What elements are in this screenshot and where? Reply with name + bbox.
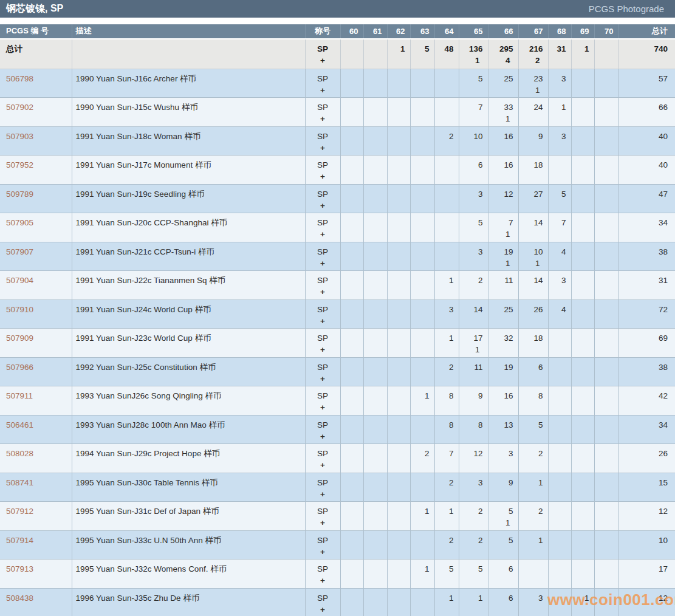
grade-70-count-cell: [594, 213, 618, 242]
pcgs-number-link[interactable]: 507904: [6, 276, 33, 285]
row-total-cell: 15: [618, 473, 675, 502]
grade-67-count-cell: 27: [518, 184, 548, 213]
grade-65-count-cell: 5: [459, 69, 488, 98]
grade-60-count-cell: [340, 560, 363, 589]
grade-60-count-cell: [340, 39, 363, 69]
pcgs-number-link[interactable]: 507905: [6, 218, 33, 227]
pcgs-number-cell: 507904: [0, 271, 72, 300]
pcgs-photograde-link[interactable]: PCGS Photograde: [589, 4, 664, 14]
designation-sp: SP: [306, 73, 340, 84]
grade-65-count-cell: 10: [459, 126, 488, 156]
table-row: 5079101991 Yuan Sun-J24c World Cup 样币SP+…: [0, 299, 675, 329]
grade-66-count-cell: 331: [488, 98, 518, 127]
pcgs-number-link[interactable]: 507913: [6, 564, 33, 573]
row-total-cell: 12: [618, 588, 675, 616]
pcgs-number-cell: 507912: [0, 502, 72, 531]
grade-64-count-cell: 2: [434, 357, 459, 386]
grade-68-count-cell: 4: [548, 242, 571, 271]
grade-62-count-cell: [387, 588, 410, 616]
grade-61-count-cell: [363, 329, 387, 358]
pcgs-number-link[interactable]: 507902: [6, 103, 33, 112]
header-designation: 称号: [305, 24, 340, 39]
grade-69-count-cell: [571, 299, 594, 329]
designation-sp: SP: [306, 477, 340, 488]
row-total-cell: 72: [618, 299, 675, 329]
pcgs-number-link[interactable]: 507909: [6, 334, 33, 343]
grade-64-count-cell: 2: [434, 126, 459, 156]
pcgs-number-link[interactable]: 507912: [6, 507, 33, 516]
grade-60-count-cell: [340, 213, 363, 242]
table-row: 5079051991 Yuan Sun-J20c CCP-Shanghai 样币…: [0, 213, 675, 242]
designation-cell: SP+: [305, 184, 340, 213]
pcgs-number-link[interactable]: 508741: [6, 478, 33, 487]
column-header-row: PCGS 编 号 描述 称号 60 61 62 63 64 65 66 67 6…: [0, 24, 675, 39]
designation-sp: SP: [306, 563, 340, 575]
designation-plus: +: [306, 315, 340, 327]
grade-64-count-cell: 5: [434, 560, 459, 589]
pcgs-number-link[interactable]: 508028: [6, 449, 33, 458]
pcgs-number-link[interactable]: 506798: [6, 74, 33, 83]
grade-62-count-cell: [387, 299, 410, 329]
grade-60-count-cell: [340, 271, 363, 300]
grade-67-count-cell: 9: [518, 126, 548, 156]
pcgs-number-cell: 508028: [0, 444, 72, 473]
grade-66-count-cell: 32: [488, 329, 518, 358]
coin-description: 1991 Yuan Sun-J22c Tiananmen Sq 样币: [72, 271, 305, 300]
grade-68-count-cell: [548, 560, 571, 589]
grade-69-count-cell: [571, 560, 594, 589]
designation-sp: SP: [306, 246, 340, 258]
row-total-cell: 34: [618, 415, 675, 444]
pcgs-number-link[interactable]: 506461: [6, 420, 33, 429]
pcgs-number-link[interactable]: 507907: [6, 247, 33, 256]
grade-60-count-cell: [340, 156, 363, 185]
grade-69-count-cell: [571, 415, 594, 444]
pcgs-number-link[interactable]: 508438: [6, 594, 33, 603]
pcgs-number-link[interactable]: 507952: [6, 160, 33, 169]
grade-61-count-cell: [363, 530, 387, 560]
grade-69-count-cell: [571, 444, 594, 473]
row-total-cell: 17: [618, 560, 675, 589]
grade-60-count-cell: [340, 126, 363, 156]
pcgs-number-link[interactable]: 507911: [6, 391, 33, 400]
header-grade-66: 66: [488, 24, 518, 39]
grade-65-count-cell: 3: [459, 473, 488, 502]
grade-61-count-cell: [363, 502, 387, 531]
header-total: 总计: [618, 24, 675, 39]
pcgs-number-link[interactable]: 509789: [6, 190, 33, 199]
grade-61-count-cell: [363, 184, 387, 213]
pcgs-number-link[interactable]: 507966: [6, 363, 33, 372]
designation-cell: SP+: [305, 473, 340, 502]
grade-66-count-cell: 3: [488, 444, 518, 473]
pcgs-number-link[interactable]: 507903: [6, 132, 33, 141]
grade-66-count-cell: 25: [488, 69, 518, 98]
grade-65-count-cell: 5: [459, 560, 488, 589]
table-row: 5079031991 Yuan Sun-J18c Woman 样币SP+2101…: [0, 126, 675, 156]
designation-cell: SP+: [305, 271, 340, 300]
grade-67-count-cell: 14: [518, 271, 548, 300]
grade-64-count-cell: 1: [434, 502, 459, 531]
grade-67-count-cell: 1: [518, 530, 548, 560]
header-grade-60: 60: [340, 24, 363, 39]
grade-66-count-cell: 191: [488, 242, 518, 271]
pcgs-number-cell: 507913: [0, 560, 72, 589]
grade-69-count-cell: 1: [571, 588, 594, 616]
table-row: 5084381996 Yuan Sun-J35c Zhu De 样币SP+116…: [0, 588, 675, 616]
designation-sp: SP: [306, 217, 340, 228]
grade-64-count-cell: 8: [434, 386, 459, 416]
grade-69-count-cell: [571, 98, 594, 127]
row-total-cell: 10: [618, 530, 675, 560]
coin-description: 1995 Yuan Sun-J30c Table Tennis 样币: [72, 473, 305, 502]
pcgs-number-cell: 507910: [0, 299, 72, 329]
designation-plus: +: [306, 55, 340, 66]
pcgs-number-link[interactable]: 507910: [6, 305, 33, 314]
coin-description: 1995 Yuan Sun-J32c Womens Conf. 样币: [72, 560, 305, 589]
designation-cell: SP+: [305, 329, 340, 358]
pcgs-number-link[interactable]: 507914: [6, 536, 33, 545]
grade-60-count-cell: [340, 530, 363, 560]
grade-66-count-cell: 25: [488, 299, 518, 329]
coin-description: 1995 Yuan Sun-J33c U.N 50th Ann 样币: [72, 530, 305, 560]
designation-plus: +: [306, 546, 340, 558]
coin-description: 1991 Yuan Sun-J23c World Cup 样币: [72, 329, 305, 358]
grade-61-count-cell: [363, 415, 387, 444]
grade-68-count-cell: [548, 444, 571, 473]
